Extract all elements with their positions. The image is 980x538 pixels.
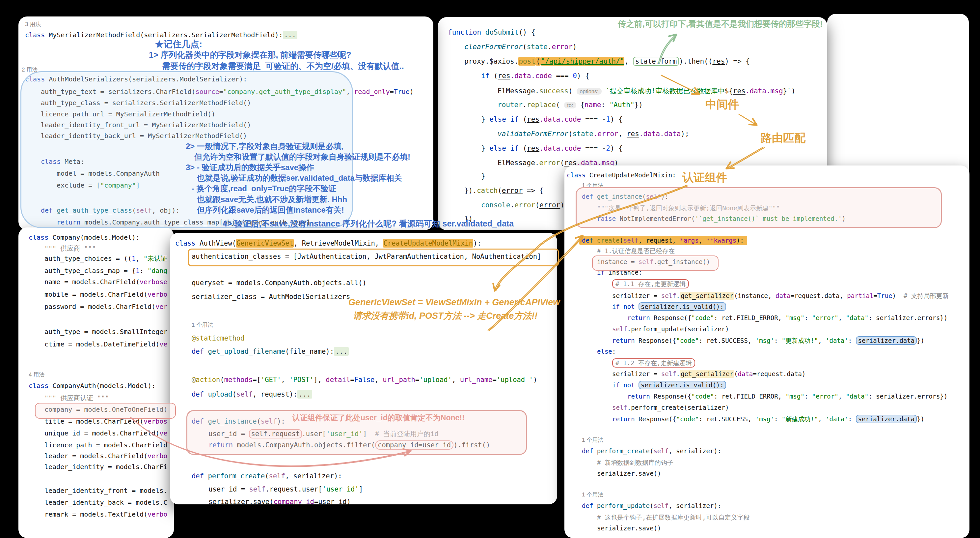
code-line: def get_auth_type_class(self, obj):	[41, 206, 180, 214]
code-line: # 1.2 不存在,走新建逻辑	[612, 359, 695, 367]
usage-count-label: 2 用法	[22, 66, 38, 73]
code-line: """ 供应商 """	[45, 244, 96, 253]
code-line: # 1.认证信息是否已经存在	[597, 247, 675, 255]
code-line: def perform_create(self, serializer):	[582, 447, 721, 455]
code-line: function doSubmit() {	[448, 28, 535, 36]
code-line: def get_instance(self):	[582, 193, 668, 200]
code-line: self.perform_update(serializer)	[612, 326, 729, 333]
code-line: leader_identity_front = models.	[45, 487, 167, 495]
code-line: password = models.CharField(ver	[45, 303, 167, 311]
usage-count-label: 1 个用法	[582, 491, 603, 498]
code-line: leader_identity_back_url = MySerializerM…	[41, 132, 247, 140]
models-panel: class Company(models.Model):""" 供应商 """a…	[18, 227, 174, 538]
code-line: return Response({"code": ret.SUCCESS, 'm…	[612, 337, 924, 345]
code-line: }).catch(error => {	[464, 187, 543, 195]
code-line: return Response({"code": ret.FIELD_ERROR…	[627, 393, 947, 400]
code-line: router.replace( to: {name: "Auth"})	[498, 101, 643, 109]
code-line: return Response({"code": ret.FIELD_ERROR…	[627, 314, 947, 321]
code-line: class AuthModelSerializers(serializers.M…	[25, 75, 247, 83]
code-line: """这是一个钩子,返回对象则表示更新;返回None则表示新建"""	[597, 204, 780, 212]
code-line: }	[481, 172, 485, 180]
code-line: raise NotImplementedError('`get_instance…	[597, 215, 846, 222]
code-line: # 1.1 存在,走更新逻辑	[612, 280, 689, 289]
code-line: auth_type_class = serializers.Serializer…	[41, 99, 251, 107]
code-line: proxy.$axios.post("/api/shipper/auth/", …	[464, 57, 750, 65]
screenshot-canvas: function doSubmit() {clearFormError(stat…	[0, 0, 980, 538]
code-line: # 这也是个钩子,在扩展数据库更新时,可以自定义字段	[597, 513, 750, 522]
code-line: name = models.CharField(verbose	[45, 278, 167, 286]
code-line: leader_identity_front_url = MySerializer…	[41, 121, 251, 129]
code-line: serializer = self.get_serializer(data=re…	[612, 370, 805, 377]
code-line: leader_identity = models.CharFi	[45, 463, 167, 471]
code-line: mobile = models.CharField(verbo	[45, 291, 167, 299]
serializer-panel: 3 用法class MySerializerMethodField(serial…	[18, 16, 433, 230]
code-line: """ 供应商认证 """	[45, 394, 109, 402]
authview-panel: class AuthView(GenericViewSet, RetrieveM…	[170, 233, 557, 504]
code-line: if not serializer.is_valid():	[612, 382, 726, 389]
code-line: company = models.OneToOneField(	[45, 405, 167, 413]
code-line: class AuthView(GenericViewSet, RetrieveM…	[175, 239, 481, 247]
usage-count-label: 1 个用法	[582, 436, 603, 444]
code-line: } else if (res.data.code === -1) {	[481, 115, 623, 123]
mixin-panel: class CreateUpdateModelMixin:1 个用法def ge…	[565, 166, 969, 538]
code-line: if not serializer.is_valid():	[612, 303, 726, 310]
code-line: def create(self, request, *args, **kwarg…	[579, 236, 747, 245]
code-line: # 新增数据到数据库的钩子	[597, 458, 673, 467]
code-line: clearFormError(state.error)	[464, 43, 577, 51]
code-line: ElMessage.success( options: `提交审核成功!审核数据…	[498, 86, 795, 96]
code-line: def get_upload_filename(file_name):...	[192, 348, 349, 355]
code-line: class CompanyAuth(models.Model):	[29, 382, 156, 390]
code-line: auth_type_class_map = {1: "dang	[45, 267, 167, 275]
code-line: console.error(error)	[481, 201, 565, 209]
code-line: queryset = models.CompanyAuth.objects.al…	[192, 279, 366, 287]
code-line: return models.Company.auth_type_class_ma…	[57, 218, 310, 226]
code-line: })	[464, 215, 473, 223]
code-line: ctime = models.DateTimeField(ve	[45, 340, 167, 348]
code-line: } else if (res.data.code === -2) {	[481, 144, 623, 152]
code-line: if (res.data.code === 0) {	[481, 72, 589, 80]
usage-count-label: 4 用法	[29, 371, 45, 378]
code-line: serializer.save()	[597, 470, 661, 477]
code-line: model = models.CompanyAuth	[57, 169, 160, 177]
code-line: auth_type = models.SmallInteger	[45, 328, 167, 335]
code-line: exclude = ["company"]	[57, 181, 140, 189]
code-line: return models.CompanyAuth.objects.filter…	[208, 441, 490, 449]
code-line: def upload(self, request):...	[192, 390, 312, 398]
code-line: auth_type_text = serializers.CharField(s…	[41, 88, 414, 96]
code-line: authentication_classes = [JwtAuthenticat…	[192, 252, 541, 260]
code-line: licence_path_url = MySerializerMethodFie…	[41, 110, 215, 118]
code-line: else:	[597, 348, 616, 355]
code-line: serializer = self.get_serializer(instanc…	[612, 292, 949, 300]
code-line: user_id = self.request.user['user_id']	[208, 485, 363, 493]
code-line: self.perform_create(serializer)	[612, 404, 729, 411]
code-line: def get_instance(self):	[192, 417, 285, 425]
code-line: auth_type_choices = ((1, "未认证	[45, 254, 167, 263]
code-line: leader = models.CharField(verbo	[45, 452, 167, 460]
code-line: class MySerializerMethodField(serializer…	[25, 31, 298, 39]
code-line: class Company(models.Model):	[29, 233, 140, 241]
code-line: user_id = self.request.user['user_id'] #…	[208, 429, 439, 439]
usage-count-label: 3 用法	[25, 21, 41, 28]
code-line: serializer.save(company_id=user_id)	[208, 498, 351, 504]
code-line: instance = self.get_instance()	[597, 258, 710, 265]
code-line: validateFormError(state.error, res.data.…	[498, 130, 689, 138]
code-line: serializer_class = AuthModelSerializers	[192, 293, 350, 301]
code-line: unique_id = models.CharField(ve	[45, 429, 167, 437]
code-line: def perform_update(self, serializer):	[582, 502, 721, 509]
code-line: class Meta:	[41, 158, 84, 166]
code-line: leader_identity_back = models.C	[45, 498, 167, 506]
code-line: if instance:	[597, 269, 642, 276]
usage-count-label: 1 个用法	[582, 182, 603, 189]
code-line: title = models.CharField(verbos	[45, 417, 167, 425]
code-line: @action(methods=['GET', 'POST'], detail=…	[192, 376, 537, 384]
usage-count-label: 1 个用法	[192, 321, 213, 329]
code-line: def perform_create(self, serializer):	[192, 472, 342, 480]
code-line: return Response({"code": ret.SUCCESS, 'm…	[612, 415, 924, 424]
code-line: serializer.save()	[597, 525, 661, 532]
code-line: @staticmethod	[192, 334, 244, 342]
code-line: class CreateUpdateModelMixin:	[567, 171, 676, 179]
code-line: remark = models.TextField(verbo	[45, 510, 167, 518]
code-line: licence_path = models.CharField	[45, 441, 167, 449]
